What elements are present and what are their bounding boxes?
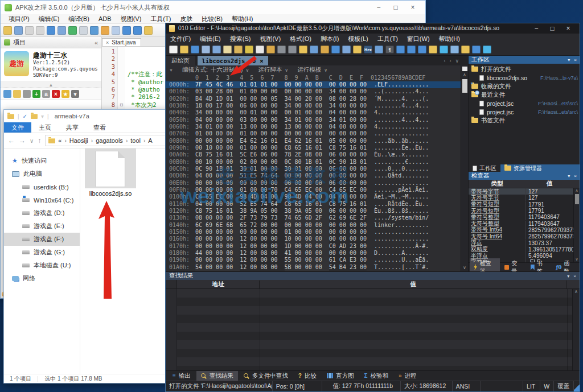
- toolbar-icon[interactable]: [266, 46, 275, 53]
- menu-item[interactable]: 格式(O): [285, 35, 316, 43]
- hex-bytes[interactable]: 34 00 00 00 00 01 00 00 00 01 00 00 04 0…: [195, 109, 367, 116]
- hex-row[interactable]: 0150h: 00 00 00 00 00 00 00 00 01 00 00 …: [166, 229, 468, 236]
- mini-tool-icon[interactable]: [3, 90, 11, 98]
- ribbon-tab[interactable]: 查看: [86, 122, 113, 133]
- menu-item[interactable]: 工具(T): [373, 35, 403, 43]
- hex-ascii[interactable]: Èu..8š..8š......: [374, 208, 429, 214]
- inspector-row[interactable]: 字符串 .ELF...: [469, 259, 573, 262]
- status-overwrite[interactable]: 覆盖: [554, 381, 574, 391]
- hex-ascii[interactable]: ................: [374, 130, 429, 137]
- toolbar-icon[interactable]: [461, 46, 470, 53]
- panel-menu-icon[interactable]: ▾: [568, 57, 570, 63]
- hex-ascii[interactable]: ....Qåtd........: [374, 172, 429, 179]
- toolbar-icon[interactable]: [144, 26, 153, 35]
- bottom-tab[interactable]: 多文件中查找: [239, 371, 293, 381]
- menu-item[interactable]: 编译(B): [64, 15, 94, 23]
- hex-ascii[interactable]: ........Èe..Èu..: [374, 145, 429, 151]
- value-cell[interactable]: 282579962709375: [525, 233, 573, 240]
- value-cell[interactable]: 17791: [525, 201, 573, 208]
- bottom-tab[interactable]: 查找结果: [196, 371, 238, 381]
- hex-bytes[interactable]: 18 00 17 00 06 00 00 00 34 00 00 00 34 0…: [195, 102, 367, 109]
- hex-ascii[interactable]: ....0...0.......: [374, 166, 429, 172]
- workspace-item[interactable]: project.jsc F:\Haosi...ets\src\: [469, 108, 580, 116]
- toolbar-icon[interactable]: [245, 46, 253, 53]
- toolbar-icon[interactable]: [36, 26, 44, 35]
- menu-item[interactable]: 脚本(I): [316, 35, 343, 43]
- hex-bytes[interactable]: 54 00 00 00 12 00 08 00 5B 00 00 00 54 B…: [195, 264, 367, 271]
- scroll-up-icon[interactable]: ∧: [575, 188, 578, 193]
- toolbar-icon[interactable]: Hex: [364, 46, 372, 53]
- mini-tool-icon[interactable]: [23, 90, 31, 98]
- toolbar-icon[interactable]: [202, 46, 210, 53]
- scroll-up-icon[interactable]: ∧: [574, 289, 578, 294]
- value-cell[interactable]: 127: [525, 188, 573, 195]
- run-script-dropdown[interactable]: 运行脚本 ∨: [258, 66, 288, 74]
- hex-row[interactable]: 00A0h: C8 75 16 01 5C E6 06 00 78 2E 08 …: [166, 151, 468, 158]
- hex-bytes[interactable]: 00 10 00 00 01 00 00 00 C8 65 16 01 C8 7…: [195, 145, 367, 151]
- toolbar-icon[interactable]: [472, 46, 481, 53]
- mini-tool-icon[interactable]: +: [32, 90, 40, 98]
- ribbon-tab[interactable]: 共享: [59, 122, 86, 133]
- mini-tool-icon[interactable]: ▾: [71, 90, 79, 98]
- hex-ascii[interactable]: ..(.........4...: [374, 88, 429, 95]
- hex-row[interactable]: 0000h: 7F 45 4C 46 01 01 01 00 00 00 00 …: [166, 81, 468, 88]
- toolbar-icon[interactable]: [68, 26, 77, 35]
- value-cell[interactable]: 5.496094: [525, 253, 573, 259]
- hex-row[interactable]: 01A0h: 54 00 00 00 12 00 08 00 5B 00 00 …: [166, 264, 468, 271]
- toolbar-icon[interactable]: [122, 26, 131, 35]
- hex-ascii[interactable]: ..../system/bin/: [374, 214, 429, 221]
- bottom-tab[interactable]: ≡ 输出: [168, 371, 195, 381]
- hex-ascii[interactable]: 4...............: [374, 109, 429, 116]
- hex-bytes[interactable]: 7F 45 4C 46 01 01 01 00 00 00 00 00 00 0…: [195, 81, 367, 88]
- toolbar-icon[interactable]: [299, 46, 307, 53]
- hex-row[interactable]: 0180h: 44 00 00 00 12 00 08 00 41 00 00 …: [166, 250, 468, 257]
- workspace-panel-header[interactable]: 工作区 ▾ ×: [469, 56, 580, 64]
- bottom-tab[interactable]: 直方图: [322, 371, 359, 381]
- toolbar-icon[interactable]: [418, 46, 426, 53]
- menu-item[interactable]: 视图(V): [116, 15, 146, 23]
- value-cell[interactable]: 127: [525, 195, 573, 201]
- menu-item[interactable]: 帮助(H): [434, 35, 465, 43]
- workspace-item[interactable]: 打开的文件: [469, 65, 580, 73]
- scroll-up-icon[interactable]: ∧: [463, 72, 466, 77]
- toolbar-icon[interactable]: ¶: [385, 46, 394, 53]
- status-endianness[interactable]: LIT: [523, 381, 540, 391]
- menu-item[interactable]: 文件(F): [166, 35, 195, 43]
- hex-ascii[interactable]: ................: [374, 229, 429, 236]
- bottom-tab[interactable]: Σ 校验和: [359, 371, 393, 381]
- hex-bytes[interactable]: 03 00 28 00 01 00 00 00 00 00 00 00 34 0…: [195, 88, 367, 95]
- toolbar-icon[interactable]: [112, 26, 120, 35]
- up-icon[interactable]: ↑: [38, 137, 41, 145]
- sidebar-item[interactable]: userdisk (B:): [4, 180, 80, 193]
- hex-bytes[interactable]: C8 75 16 01 5C E6 06 00 78 2E 08 00 06 0…: [195, 151, 367, 158]
- hex-row[interactable]: 0080h: 00 00 00 00 E4 62 16 01 E4 62 16 …: [166, 138, 468, 145]
- hex-bytes[interactable]: 00 00 00 00 E4 62 16 01 E4 62 16 01 05 0…: [195, 138, 367, 145]
- bottom-tab[interactable]: » 进程: [394, 371, 421, 381]
- hex-row[interactable]: 0060h: 34 01 00 00 13 00 00 00 13 00 00 …: [166, 123, 468, 130]
- hex-row[interactable]: 0120h: C8 75 16 01 38 9A 05 00 38 9A 05 …: [166, 208, 468, 214]
- ribbon-tab[interactable]: 主页: [31, 122, 59, 133]
- hex-bytes[interactable]: 08 00 00 00 2F 73 79 73 74 65 6D 2F 62 6…: [195, 214, 367, 221]
- value-cell[interactable]: 1179403647: [525, 221, 573, 227]
- sidebar-item[interactable]: Win10x64 (C:): [4, 193, 80, 207]
- hex-row[interactable]: 0020h: B4 4D 1D 01 00 00 00 05 34 00 20 …: [166, 96, 468, 102]
- column-value[interactable]: 值: [260, 280, 567, 288]
- mini-tool-icon[interactable]: a: [42, 90, 50, 98]
- scroll-down-icon[interactable]: ∨: [575, 257, 578, 262]
- toolbar-icon[interactable]: [331, 46, 340, 53]
- menu-item[interactable]: 模板(L): [343, 35, 372, 43]
- hex-row[interactable]: 0140h: 6C 69 6E 6B 65 72 00 00 00 00 00 …: [166, 222, 468, 229]
- hex-ascii[interactable]: .ELF............: [374, 81, 429, 88]
- hex-ascii[interactable]: ........U...aÊã.: [374, 257, 429, 263]
- maximize-button[interactable]: □: [544, 24, 560, 33]
- menu-item[interactable]: 编辑(E): [34, 15, 64, 23]
- hex-ascii[interactable]: ............À-#.: [374, 243, 429, 250]
- ribbon-tab[interactable]: 文件: [4, 122, 31, 133]
- toolbar-icon[interactable]: [3, 26, 12, 35]
- minimize-button[interactable]: −: [370, 1, 387, 14]
- toolbar-icon[interactable]: [25, 26, 34, 35]
- toolbar-icon[interactable]: [407, 46, 416, 53]
- toolbar-icon[interactable]: [101, 26, 109, 35]
- hex-bytes[interactable]: 00 00 00 00 12 00 00 00 10 00 00 00 00 0…: [195, 236, 367, 242]
- hex-ascii[interactable]: ´M......4. ...(.: [374, 96, 429, 102]
